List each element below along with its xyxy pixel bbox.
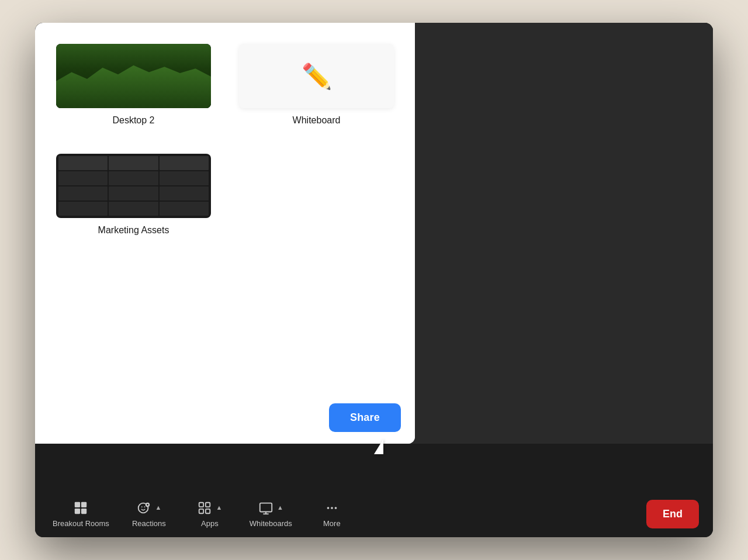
svg-point-6	[144, 506, 146, 507]
toolbar-item-reactions[interactable]: ▲ Reactions	[120, 496, 178, 533]
reactions-label: Reactions	[132, 519, 166, 528]
more-label: More	[323, 519, 341, 528]
apps-icon-area: ▲	[197, 500, 222, 516]
toolbar: Breakout Rooms ▲ Reactions	[35, 490, 713, 537]
whiteboard-label: Whiteboard	[293, 115, 341, 126]
reactions-icon-area: ▲	[136, 500, 161, 516]
desktop2-thumbnail	[56, 44, 211, 108]
pencil-icon: ✏️	[302, 62, 332, 91]
reactions-chevron: ▲	[155, 504, 161, 511]
whiteboards-chevron: ▲	[277, 504, 283, 511]
svg-rect-14	[260, 503, 272, 511]
svg-rect-11	[206, 502, 210, 506]
marketing-label: Marketing Assets	[98, 225, 169, 236]
toolbar-item-more[interactable]: More	[303, 496, 361, 533]
end-button[interactable]: End	[646, 500, 699, 528]
zoom-window: Desktop 2 ✏️ Whiteboard	[35, 23, 713, 537]
share-item-marketing[interactable]: Marketing Assets	[47, 144, 220, 245]
svg-rect-1	[81, 502, 86, 507]
share-button-area: Share	[35, 394, 415, 444]
svg-point-17	[327, 507, 329, 509]
toolbar-item-whiteboards[interactable]: ▲ Whiteboards	[241, 496, 300, 533]
svg-rect-10	[199, 502, 203, 506]
spreadsheet-image	[56, 154, 211, 218]
svg-rect-2	[75, 508, 80, 513]
toolbar-item-breakout-rooms[interactable]: Breakout Rooms	[44, 496, 117, 533]
svg-rect-0	[75, 502, 80, 507]
share-item-desktop2[interactable]: Desktop 2	[47, 34, 220, 135]
whiteboards-icon-area: ▲	[258, 500, 283, 516]
main-area: Desktop 2 ✏️ Whiteboard	[35, 23, 713, 490]
breakout-rooms-icon	[73, 500, 88, 516]
share-items-grid: Desktop 2 ✏️ Whiteboard	[35, 23, 415, 394]
svg-point-5	[141, 506, 143, 507]
share-button[interactable]: Share	[329, 403, 401, 432]
svg-point-18	[331, 507, 333, 509]
share-item-whiteboard[interactable]: ✏️ Whiteboard	[230, 34, 403, 135]
desktop2-label: Desktop 2	[112, 115, 154, 126]
svg-rect-13	[206, 509, 210, 513]
marketing-thumbnail	[56, 154, 211, 218]
whiteboards-label: Whiteboards	[250, 519, 292, 528]
svg-rect-3	[81, 508, 86, 513]
svg-point-19	[334, 507, 337, 509]
forest-image	[56, 44, 211, 108]
share-panel: Desktop 2 ✏️ Whiteboard	[35, 23, 415, 444]
apps-chevron: ▲	[216, 504, 222, 511]
apps-label: Apps	[201, 519, 219, 528]
breakout-rooms-label: Breakout Rooms	[53, 519, 109, 528]
more-icon	[324, 500, 340, 516]
whiteboard-thumbnail: ✏️	[239, 44, 394, 108]
svg-rect-12	[199, 509, 203, 513]
toolbar-item-apps[interactable]: ▲ Apps	[181, 496, 239, 533]
